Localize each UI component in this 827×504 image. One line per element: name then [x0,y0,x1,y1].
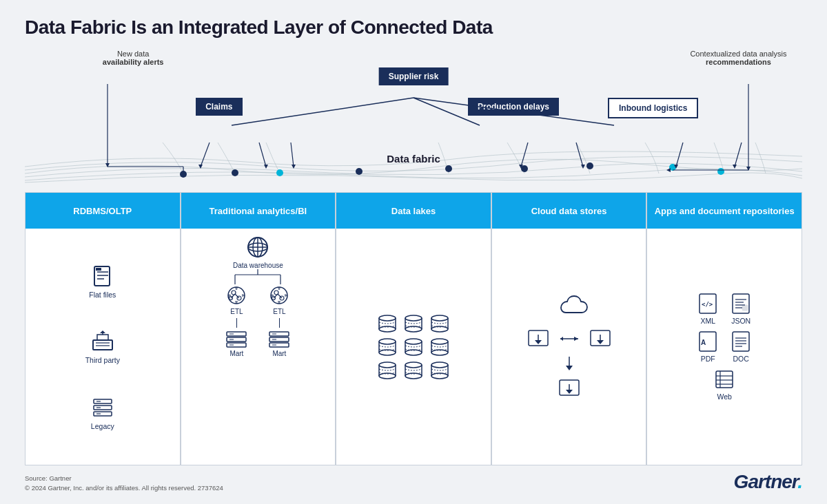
category-apps: Apps and document repositories </> XML [646,192,802,465]
svg-marker-43 [100,330,105,333]
footer: Source: Gartner © 2024 Gartner, Inc. and… [25,471,802,493]
category-analytics: Traditional analytics/BI Data warehouse [181,192,336,465]
etl-item-2: ETL [268,284,290,315]
doc-icon [730,330,752,353]
server-download-right [588,326,613,351]
svg-rect-45 [94,406,112,410]
svg-point-3 [586,162,593,169]
cylinder-3 [429,314,451,333]
data-warehouse-icon [245,234,271,260]
svg-line-9 [232,98,414,125]
svg-rect-141 [733,332,749,351]
svg-point-109 [405,362,422,368]
cloud-icon [549,293,590,321]
svg-marker-122 [574,337,578,341]
svg-marker-127 [566,366,573,370]
svg-text:A: A [701,339,706,346]
svg-rect-38 [96,268,101,271]
flat-files-item: Flat files [89,264,116,299]
legacy-icon [90,395,115,420]
category-body-apps: </> XML JSON [647,229,802,465]
svg-rect-39 [93,340,112,350]
pdf-icon: A [697,330,719,353]
cylinder-2 [402,314,425,333]
svg-point-6 [445,165,452,172]
third-party-icon [90,329,115,354]
cylinder-6 [429,337,451,357]
svg-point-93 [379,339,396,344]
svg-point-101 [431,339,448,344]
server-bottom [557,376,582,401]
svg-point-5 [356,168,363,175]
etl-section: ETL [225,272,290,315]
category-rdbms: RDBMS/OLTP Flat files [25,192,181,465]
svg-marker-125 [597,340,604,344]
svg-rect-44 [94,399,112,403]
category-header-cloud: Cloud data stores [492,193,646,229]
cylinder-4 [376,337,398,357]
mart-item-2: Mart [268,318,290,357]
categories-section: RDBMS/OLTP Flat files [25,192,802,465]
data-fabric-label: Data fabric [387,153,440,165]
etl-item-1: ETL [225,284,247,315]
svg-point-97 [405,339,422,344]
category-body-datalakes [336,229,491,465]
svg-point-89 [431,315,448,321]
cylinder-9 [429,361,451,380]
supplier-risk-box: Supplier risk [379,67,449,85]
claims-box: Claims [196,98,242,116]
svg-point-2 [521,165,528,172]
category-header-rdbms: RDBMS/OLTP [25,193,180,229]
svg-point-7 [669,164,676,171]
svg-point-105 [379,362,396,368]
category-datalakes: Data lakes [336,192,491,465]
web-item: Web [713,368,735,401]
server-download-left [526,326,551,351]
gartner-logo: Gartner. [734,471,802,493]
web-icon [713,368,735,390]
svg-rect-138 [742,305,748,311]
third-party-item: Third party [85,329,120,364]
flat-files-icon [90,264,115,288]
category-body-rdbms: Flat files Third party [25,229,180,465]
mart-icon-2 [268,329,290,348]
data-fabric-area: .mesh-line { fill: none; stroke: #b0bec5… [25,122,802,184]
category-body-cloud [492,229,646,465]
doc-item: DOC [730,330,752,363]
svg-marker-119 [535,340,542,344]
page-container: Data Fabric Is an Integrated Layer of Co… [0,0,827,504]
json-item: JSON [730,293,752,325]
cloud-down-arrow [564,357,575,370]
svg-point-1 [232,169,238,176]
svg-point-85 [405,315,422,321]
cylinder-7 [376,361,398,380]
pdf-item: A PDF [697,330,719,363]
bidirectional-arrow [559,333,580,344]
cylinder-8 [402,361,425,380]
cylinder-5 [402,337,425,357]
production-delays-box: Production delays [468,98,559,116]
cylinder-1 [376,314,398,333]
inbound-logistics-box: Inbound logistics [608,98,698,118]
diagram-section: New data availability alerts Contextuali… [25,50,802,184]
etl-connector [220,269,296,284]
svg-point-8 [717,168,724,175]
etl-icon-2 [268,284,290,306]
category-body-analytics: Data warehouse [181,229,336,465]
etl-icon-1 [225,284,247,306]
svg-point-0 [180,171,187,178]
mart-section: Mart Mart [225,318,290,357]
note-right: Contextualized data analysis recommendat… [690,50,786,66]
category-cloud: Cloud data stores [491,192,647,465]
mart-icon-1 [225,329,247,348]
json-icon [730,293,752,315]
category-header-apps: Apps and document repositories [647,193,802,229]
lakes-grid [371,308,456,386]
svg-point-4 [276,169,283,176]
svg-marker-121 [560,337,563,341]
svg-text:</>: </> [702,301,713,308]
svg-rect-146 [716,371,733,388]
svg-point-113 [431,362,448,368]
mart-item-1: Mart [225,318,247,357]
page-title: Data Fabric Is an Integrated Layer of Co… [25,17,802,39]
